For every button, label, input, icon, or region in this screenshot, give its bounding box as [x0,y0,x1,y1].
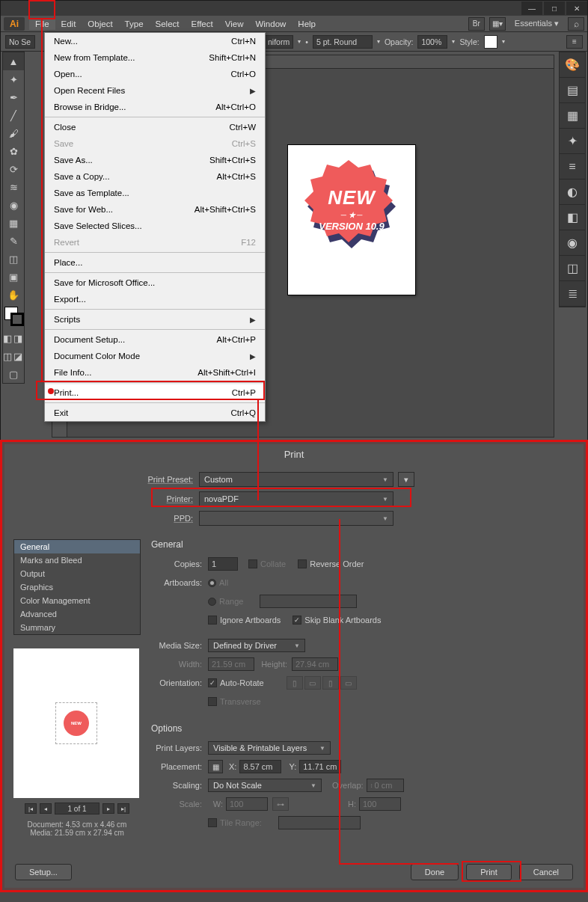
magic-wand-tool-icon[interactable]: ✦ [3,70,24,88]
file-menu-save-for-web[interactable]: Save for Web...Alt+Shift+Ctrl+S [45,201,265,218]
category-output[interactable]: Output [14,567,140,580]
file-menu-save-as[interactable]: Save As...Shift+Ctrl+S [45,152,265,168]
swatches-panel-icon[interactable]: ▤ [560,78,585,103]
scaling-select[interactable]: Do Not Scale▼ [208,779,322,792]
done-button[interactable]: Done [411,864,459,880]
file-menu-save-a-copy[interactable]: Save a Copy...Alt+Ctrl+S [45,168,265,185]
file-menu-print[interactable]: Print...Ctrl+P [45,384,265,401]
y-field[interactable]: 11.71 cm [299,760,341,773]
range-field [260,595,357,608]
screen-mode-icon[interactable]: ▢ [3,365,24,383]
hand-tool-icon[interactable]: ✋ [3,286,24,304]
file-menu-document-setup[interactable]: Document Setup...Alt+Ctrl+P [45,331,265,348]
file-menu-document-color-mode[interactable]: Document Color Mode▶ [45,348,265,364]
file-menu-save-for-microsoft-office[interactable]: Save for Microsoft Office... [45,274,265,291]
line-tool-icon[interactable]: ╱ [3,106,24,124]
layers-panel-icon[interactable]: ≣ [560,281,585,307]
file-menu-scripts[interactable]: Scripts▶ [45,311,265,328]
category-advanced[interactable]: Advanced [14,607,140,621]
transparency-panel-icon[interactable]: ◧ [560,205,585,230]
minimize-button[interactable]: — [521,1,542,15]
save-preset-icon[interactable]: ▾ [398,472,414,487]
cancel-button[interactable]: Cancel [519,864,573,880]
print-preset-select[interactable]: Custom▼ [199,472,393,487]
arrange-button[interactable]: ▦▾ [489,17,506,31]
color-mode-icons[interactable]: ◧◨ [3,329,24,347]
brush-select[interactable]: 5 pt. Round [313,35,373,49]
pager-field[interactable]: 1 of 1 [55,803,99,814]
media-size-select[interactable]: Defined by Driver▼ [208,639,305,652]
file-menu-save-as-template[interactable]: Save as Template... [45,185,265,201]
search-icon[interactable]: ⌕ [568,17,584,31]
eyedropper-tool-icon[interactable]: ✎ [3,232,24,250]
menu-effect[interactable]: Effect [186,18,219,30]
menu-select[interactable]: Select [150,18,186,30]
color-panel-icon[interactable]: 🎨 [560,52,585,78]
opacity-field[interactable]: 100% [417,35,447,49]
mesh-tool-icon[interactable]: ▦ [3,214,24,232]
reverse-order-checkbox[interactable] [298,559,307,568]
category-graphics[interactable]: Graphics [14,580,140,594]
file-menu-new-from-template[interactable]: New from Template...Shift+Ctrl+N [45,49,265,66]
file-menu-open-recent-files[interactable]: Open Recent Files▶ [45,82,265,99]
graphic-styles-panel-icon[interactable]: ◫ [560,256,585,281]
printer-select[interactable]: novaPDF▼ [199,491,393,506]
file-menu-close[interactable]: CloseCtrl+W [45,119,265,135]
skip-blank-checkbox[interactable] [293,616,301,625]
drawing-mode-icons[interactable]: ◫◪ [3,347,24,365]
general-section-title: General [151,539,575,550]
print-layers-select[interactable]: Visible & Printable Layers▼ [208,741,331,755]
panel-menu-icon[interactable]: ≡ [566,35,583,49]
width-tool-icon[interactable]: ≋ [3,178,24,196]
menu-window[interactable]: Window [249,18,292,30]
close-button[interactable]: ✕ [566,1,587,15]
maximize-button[interactable]: □ [544,1,565,15]
placement-grid-icon[interactable]: ▦ [208,760,223,773]
file-menu-exit[interactable]: ExitCtrl+Q [45,405,265,421]
paintbrush-tool-icon[interactable]: 🖌 [3,124,24,142]
gradient-panel-icon[interactable]: ◐ [560,180,585,205]
category-color-management[interactable]: Color Management [14,594,140,607]
category-summary[interactable]: Summary [14,621,140,634]
menu-view[interactable]: View [219,18,250,30]
fill-stroke-swatch[interactable] [3,307,24,329]
blob-brush-tool-icon[interactable]: ✿ [3,142,24,160]
file-menu-new[interactable]: New...Ctrl+N [45,33,265,49]
symbols-panel-icon[interactable]: ✦ [560,129,585,154]
menu-help[interactable]: Help [292,18,322,30]
rotate-tool-icon[interactable]: ⟳ [3,160,24,178]
menu-object[interactable]: Object [82,18,118,30]
copies-field[interactable]: 1 [208,557,238,571]
pager-last-icon[interactable]: ▸| [117,803,129,814]
file-menu-browse-in-bridge[interactable]: Browse in Bridge...Alt+Ctrl+O [45,99,265,115]
shape-builder-tool-icon[interactable]: ◉ [3,196,24,214]
ignore-artboards-checkbox[interactable] [208,616,217,625]
file-menu-export[interactable]: Export... [45,291,265,307]
bridge-button[interactable]: Br [468,17,485,31]
symbol-sprayer-tool-icon[interactable]: ◫ [3,250,24,268]
brushes-panel-icon[interactable]: ▦ [560,103,585,129]
menu-edit[interactable]: Edit [55,18,82,30]
menu-type[interactable]: Type [119,18,150,30]
stroke-uniform[interactable]: niform [264,35,293,49]
style-swatch[interactable] [484,35,497,49]
appearance-panel-icon[interactable]: ◉ [560,230,585,256]
category-marks-and-bleed[interactable]: Marks and Bleed [14,553,140,567]
auto-rotate-checkbox[interactable] [208,678,217,687]
file-menu-open[interactable]: Open...Ctrl+O [45,66,265,82]
file-menu-place[interactable]: Place... [45,254,265,271]
pen-tool-icon[interactable]: ✒ [3,88,24,106]
category-general[interactable]: General [14,540,140,553]
pager-first-icon[interactable]: |◂ [25,803,37,814]
selection-tool-icon[interactable]: ▲ [3,52,24,70]
stroke-panel-icon[interactable]: ≡ [560,154,585,180]
print-button[interactable]: Print [466,864,512,880]
file-menu-save-selected-slices[interactable]: Save Selected Slices... [45,218,265,234]
pager-next-icon[interactable]: ▸ [102,803,114,814]
pager-prev-icon[interactable]: ◂ [40,803,52,814]
workspace-switcher[interactable]: Essentials ▾ [510,17,563,30]
x-field[interactable]: 8.57 cm [239,760,281,773]
artboard-tool-icon[interactable]: ▣ [3,268,24,286]
file-menu-file-info[interactable]: File Info...Alt+Shift+Ctrl+I [45,364,265,381]
setup-button[interactable]: Setup... [15,864,72,880]
